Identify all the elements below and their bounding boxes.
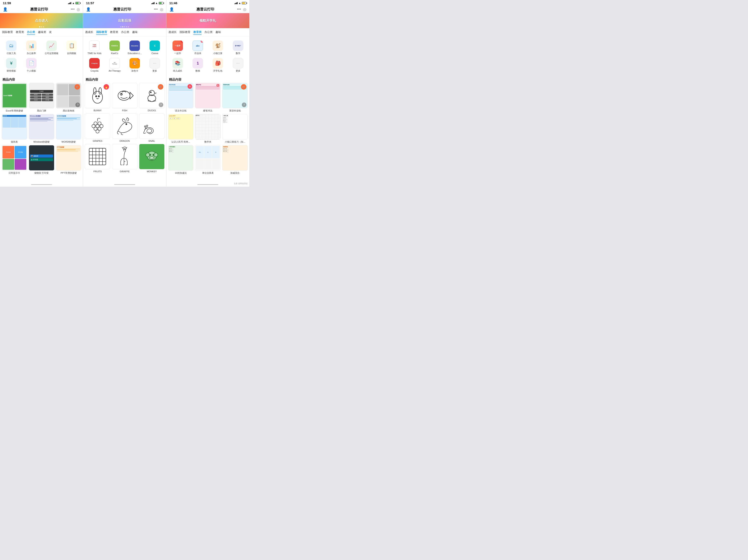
header-title-1: 惠普云打印 (30, 7, 48, 12)
content-card-3-6[interactable]: 10的加减法 10-1=__ 10-2=__ 10-3=__ 10的加减法 (168, 145, 193, 174)
content-card-1-2[interactable]: 🛒 ? 黑白装饰画 (56, 83, 81, 112)
content-card-3-8[interactable]: 加减混合 3+2-1=__ 5-2+3=__ 4+1-2=__ 加减混合 (222, 145, 248, 174)
panel-scroll-1[interactable]: 🗂 行政工具 📊 办公效率 📈 公司运营模板 📋 合同模板 ¥ 财务 (0, 37, 83, 183)
cat-tab-2-1[interactable]: 国际教育 (96, 30, 107, 35)
app-label-1-5: 个人模板 (27, 70, 36, 72)
app-icon-3-3: E=MC² (233, 41, 243, 51)
content-card-2-2[interactable]: 🛒 ? DUCKS (139, 83, 165, 112)
app-item-2-6[interactable]: 🎨 热 涂色卡 (125, 56, 145, 74)
content-card-1-7[interactable]: 📦 储物室 🖨 打印室 储物室 打印室 (29, 145, 54, 174)
label-3-6: 10的加减法 (175, 171, 186, 174)
banner-3[interactable]: 领航开学礼 (166, 13, 249, 28)
app-item-2-1[interactable]: KiwiCo KiwiCo (104, 39, 125, 56)
cart-btn-2-2[interactable]: 🛒 (158, 84, 163, 90)
user-icon-3[interactable]: 👤 (169, 7, 174, 12)
cart-btn-2-0[interactable]: 🔥 (103, 84, 109, 90)
content-card-1-1[interactable]: 工作区 休息室 会议室 卫生间 储物室 卫生间 打印室 黑白门牌 (29, 83, 54, 112)
panel-scroll-3[interactable]: 一起学 新 一起学 abc 热 作业本 🐒 (166, 37, 249, 183)
cat-tab-2-2[interactable]: 教育类 (110, 30, 118, 35)
app-item-2-3[interactable]: C Canva (145, 39, 165, 56)
app-item-1-5[interactable]: 📄 个人模板 (21, 56, 41, 74)
help-btn-2-2[interactable]: ? (159, 102, 163, 107)
content-card-2-1[interactable]: FISH (112, 83, 137, 112)
app-item-2-7[interactable]: ··· 更多 (145, 56, 165, 74)
content-card-1-0[interactable]: Excel 快捷键 Excel常用快捷键 (2, 83, 27, 112)
content-card-3-4[interactable]: 数学本 数学本 (195, 114, 220, 143)
banner-1[interactable]: 点击进入 (0, 13, 83, 28)
thumb-1-0: Excel 快捷键 (2, 83, 27, 108)
home-indicator-1 (0, 183, 83, 187)
cat-tab-3-1[interactable]: 国际教育 (180, 30, 190, 35)
app-item-1-3[interactable]: 📋 合同模板 (62, 39, 81, 56)
cat-tab-1-2[interactable]: 办公类 (27, 30, 35, 35)
app-label-1-3: 合同模板 (67, 52, 76, 55)
cat-tab-2-3[interactable]: 办公类 (121, 30, 129, 35)
user-icon-2[interactable]: 👤 (86, 7, 91, 12)
app-item-3-0[interactable]: 一起学 新 一起学 (168, 39, 188, 56)
app-item-1-0[interactable]: 🗂 行政工具 (1, 39, 21, 56)
app-icon-2-1: KiwiCo (110, 41, 120, 51)
app-item-3-5[interactable]: 1 数独 (188, 56, 208, 74)
signal-icon-3 (234, 2, 238, 4)
cat-tab-3-0[interactable]: 惠成长 (168, 30, 177, 35)
content-card-2-8[interactable]: MONKEY (139, 144, 165, 173)
cat-tab-2-4[interactable]: 趣味 (132, 30, 138, 35)
content-card-1-4[interactable]: Windows快捷键 Windows快捷键 (29, 114, 54, 143)
help-btn-3-2[interactable]: ? (242, 102, 247, 107)
thumb-3-8: 加减混合 3+2-1=__ 5-2+3=__ 4+1-2=__ (222, 145, 248, 170)
app-item-3-2[interactable]: 🐒 小猿口算 (208, 39, 228, 56)
app-label-3-4: 幼儿成长 (173, 70, 182, 72)
content-card-3-2[interactable]: 🛒 ? 英语作业纸 英 (222, 83, 248, 112)
thumb-2-4 (112, 113, 137, 139)
content-card-3-3[interactable]: 认识人民币 ¥1 ¥5 ¥10 认识人民币 简单... (168, 114, 193, 143)
cat-tab-1-3[interactable]: 趣味类 (38, 30, 46, 35)
panel-scroll-2[interactable]: TIMEKIDS TIME for Kids KiwiCo KiwiCo Edu… (83, 37, 166, 183)
content-card-1-5[interactable]: WORD快捷键 WORD快捷键 (56, 114, 81, 143)
label-3-2: 英语作业纸 (229, 109, 241, 112)
app-icon-1-5: 📄 (26, 58, 37, 69)
app-item-1-4[interactable]: ¥ 财务模板 (1, 56, 21, 74)
target-icon-2[interactable]: ◎ (160, 7, 163, 12)
app-item-1-2[interactable]: 📈 公司运营模板 (42, 39, 62, 56)
target-icon-3[interactable]: ◎ (243, 7, 247, 12)
banner-2[interactable]: 出彩后浪 (83, 13, 166, 28)
app-item-3-6[interactable]: 🎒 开学礼包 (208, 56, 228, 74)
cat-tab-1-0[interactable]: 国际教育 (2, 30, 13, 35)
cat-tab-3-3[interactable]: 办公类 (205, 30, 213, 35)
content-card-3-7[interactable]: 单位 估 算 单位估算表 (195, 145, 220, 174)
content-card-2-6[interactable]: FRUITS (85, 144, 110, 173)
cat-tab-1-1[interactable]: 教育类 (16, 30, 24, 35)
content-card-2-7[interactable]: GIRAFFE (112, 144, 137, 173)
thumb-1-4: Windows快捷键 (29, 114, 54, 139)
content-card-2-3[interactable]: GRAPES (85, 113, 110, 142)
cat-tab-3-2[interactable]: 教育类 (193, 30, 202, 35)
app-item-3-7[interactable]: ··· 更多 (228, 56, 248, 74)
app-item-1-1[interactable]: 📊 办公效率 (21, 39, 41, 56)
app-item-3-1[interactable]: abc 热 作业本 (188, 39, 208, 56)
content-card-3-1[interactable]: 热 硬笔书法 硬笔书法 (195, 83, 220, 112)
app-item-2-2[interactable]: Education Education.c... (125, 39, 145, 56)
more-icon-2[interactable]: ••• (154, 7, 158, 11)
content-card-2-4[interactable]: DRAGON (112, 113, 137, 142)
user-icon-1[interactable]: 👤 (3, 7, 7, 12)
app-item-2-4[interactable]: Crayola Crayola (84, 56, 104, 74)
content-card-1-6[interactable]: 节约用水 节约用电 日常提示卡 (2, 145, 27, 174)
app-item-2-5[interactable]: ArtTherapy Art Therapy (104, 56, 125, 74)
content-card-2-0[interactable]: 🔥 BUNNY (85, 83, 110, 112)
cat-tab-2-0[interactable]: 惠成长 (85, 30, 93, 35)
content-card-1-3[interactable]: 值班表 值班表 (2, 114, 27, 143)
content-card-3-0[interactable]: 热 语文作文纸 (168, 83, 193, 112)
more-icon-3[interactable]: ••• (237, 7, 241, 11)
cat-tab-1-4[interactable]: 友 (49, 30, 52, 35)
app-item-2-0[interactable]: TIMEKIDS TIME for Kids (84, 39, 104, 56)
more-icon-1[interactable]: ••• (71, 7, 74, 11)
app-item-3-3[interactable]: E=MC² 数学 (228, 39, 248, 56)
cat-tab-3-4[interactable]: 趣味 (215, 30, 221, 35)
content-card-1-8[interactable]: PPT快捷键 PPT常用快捷键 (56, 145, 81, 174)
content-card-3-5[interactable]: 小猿口算 1+2=__ 3+4=__ 5+1=__ 2+6=__ 小猿口算练习（… (222, 114, 248, 143)
app-item-3-4[interactable]: 📚 幼儿成长 (168, 56, 188, 74)
svg-point-23 (144, 126, 146, 127)
target-icon-1[interactable]: ◎ (77, 7, 80, 12)
content-card-2-5[interactable]: SNAIL (139, 113, 165, 142)
thumb-3-3: 认识人民币 ¥1 ¥5 ¥10 (168, 114, 193, 139)
